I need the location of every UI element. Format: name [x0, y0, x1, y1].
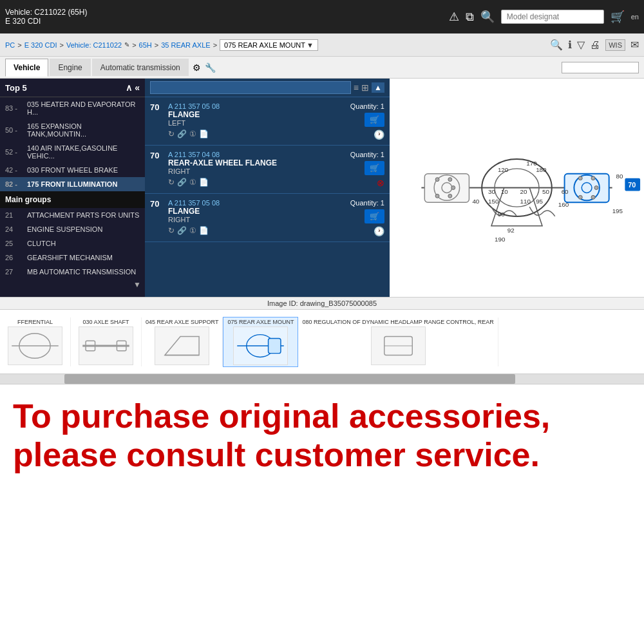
part-row-3[interactable]: 70 A 211 357 05 08 FLANGE RIGHT ↻ 🔗 ① 📄 …	[145, 194, 390, 242]
thumb-img-075	[233, 327, 288, 365]
thumb-img-030	[79, 327, 133, 365]
sidebar-collapse-icons: ∧ «	[126, 82, 140, 93]
breadcrumb-e320[interactable]: E 320 CDI	[24, 41, 57, 49]
breadcrumb-vehicle[interactable]: Vehicle: C211022	[66, 41, 122, 49]
model-search-input[interactable]	[501, 10, 604, 24]
sidebar-scroll-down-icon[interactable]: ▼	[133, 280, 141, 289]
svg-point-34	[594, 186, 598, 190]
thumb-030[interactable]: 030 AXLE SHAFT	[71, 317, 142, 366]
svg-text:80: 80	[616, 173, 623, 180]
sidebar-item-52[interactable]: 52 - 140 AIR INTAKE,GASOLINE VEHIC...	[0, 141, 145, 163]
sidebar-item-82[interactable]: 82 - 175 FRONT ILLUMINATION	[0, 177, 145, 191]
info-icon-1[interactable]: ①	[189, 129, 196, 138]
doc-icon-3[interactable]: 📄	[199, 226, 209, 235]
thumb-075[interactable]: 075 REAR AXLE MOUNT	[223, 317, 298, 367]
part-actions-2: Quantity: 1 🛒 ⊗	[350, 151, 384, 188]
tab-vehicle[interactable]: Vehicle	[5, 59, 48, 77]
part-row-2[interactable]: 70 A 211 357 04 08 REAR-AXLE WHEEL FLANG…	[145, 146, 390, 194]
warning-button[interactable]: ⚠	[449, 10, 459, 24]
sidebar-item-27[interactable]: 27 MB AUTOMATIC TRANSMISSION	[0, 265, 145, 279]
part-row-1[interactable]: 70 A 211 357 05 08 FLANGE LEFT ↻ 🔗 ① 📄 Q…	[145, 97, 390, 146]
wis-icon[interactable]: WIS	[605, 39, 625, 51]
doc-icon-1[interactable]: 📄	[199, 129, 209, 138]
breadcrumb-tools: 🔍 ℹ ▽ 🖨 WIS ✉	[550, 39, 639, 51]
zoom-icon[interactable]: 🔍	[550, 39, 563, 51]
info-icon[interactable]: ℹ	[568, 39, 572, 51]
svg-point-33	[591, 176, 595, 180]
main-content: Top 5 ∧ « 83 - 035 HEATER AND EVAPORATOR…	[0, 79, 644, 298]
doc-icon-2[interactable]: 📄	[199, 178, 209, 187]
scroll-thumb[interactable]	[64, 374, 515, 384]
scroll-area[interactable]	[0, 374, 644, 384]
diagram-area: 80 195 120 180 170 110 95 160 150 40 90 …	[390, 79, 644, 297]
info-icon-3[interactable]: ①	[189, 226, 196, 235]
cart-button[interactable]: 🛒	[611, 10, 625, 24]
parts-search-input[interactable]	[150, 81, 351, 94]
thumb-img-045	[155, 327, 209, 365]
svg-text:92: 92	[507, 227, 515, 234]
cart-btn-2[interactable]: 🛒	[365, 161, 384, 175]
breadcrumb-dropdown-075[interactable]: 075 REAR AXLE MOUNT ▼	[220, 39, 318, 51]
tab-search	[562, 62, 639, 73]
vehicle-name: E 320 CDI	[5, 17, 87, 26]
header-icons: ≡ ⊞ ▲	[354, 82, 384, 93]
refresh-icon-3[interactable]: ↻	[168, 226, 175, 235]
part-info-2: A 211 357 04 08 REAR-AXLE WHEEL FLANGE R…	[168, 151, 345, 187]
link-icon-3[interactable]: 🔗	[177, 226, 187, 235]
part-icons-3: ↻ 🔗 ① 📄	[168, 226, 345, 235]
cart-btn-3[interactable]: 🛒	[365, 209, 384, 223]
svg-text:180: 180	[536, 166, 547, 173]
clock-icon-1: 🕐	[374, 129, 384, 140]
no-stock-icon-2: ⊗	[377, 178, 384, 188]
sidebar-item-25[interactable]: 25 CLUTCH	[0, 236, 145, 251]
sidebar-item-50[interactable]: 50 - 165 EXPANSION TANK,MOUNTIN...	[0, 119, 145, 141]
svg-rect-49	[156, 327, 209, 365]
svg-point-36	[578, 195, 582, 199]
link-icon-2[interactable]: 🔗	[177, 178, 187, 187]
parts-scroll-btn[interactable]: ▲	[372, 82, 384, 93]
sidebar-item-26[interactable]: 26 GEARSHIFT MECHANISM	[0, 251, 145, 265]
list-view-icon[interactable]: ≡	[354, 82, 359, 93]
thumb-080[interactable]: 080 REGULATION OF DYNAMIC HEADLAMP RANGE…	[298, 317, 498, 366]
part-icons-2: ↻ 🔗 ① 📄	[168, 178, 345, 187]
chevron-down-icon: ▼	[307, 41, 314, 49]
thumb-045[interactable]: 045 REAR AXLE SUPPORT	[142, 317, 223, 366]
top-bar-actions: ⚠ ⧉ 🔍 🛒 en	[449, 10, 639, 24]
breadcrumb-65h[interactable]: 65H	[139, 41, 152, 49]
part-actions-3: Quantity: 1 🛒 🕐	[350, 199, 384, 236]
vehicle-info: Vehicle: C211022 (65H) E 320 CDI	[5, 8, 87, 26]
thumb-differential[interactable]: FFERENTIAL	[0, 317, 71, 366]
breadcrumb-rear-axle[interactable]: 35 REAR AXLE	[161, 41, 210, 49]
parts-list-header: ≡ ⊞ ▲	[145, 79, 390, 97]
collapse-up-icon[interactable]: ∧	[126, 82, 132, 93]
lang-label: en	[631, 13, 639, 21]
collapse-double-icon[interactable]: «	[135, 82, 140, 93]
breadcrumb-pc[interactable]: PC	[5, 41, 15, 49]
thumbnail-strip: FFERENTIAL 030 AXLE SHAFT 045 REAR AXLE …	[0, 310, 644, 374]
sidebar-item-83[interactable]: 83 - 035 HEATER AND EVAPORATOR H...	[0, 97, 145, 119]
grid-view-icon[interactable]: ⊞	[361, 82, 369, 93]
filter-icon[interactable]: ▽	[577, 39, 585, 51]
tab-icon-1[interactable]: ⚙	[193, 62, 201, 73]
thumb-img-080	[371, 327, 426, 365]
svg-text:10: 10	[501, 188, 508, 195]
refresh-icon-2[interactable]: ↻	[168, 178, 175, 187]
sidebar-item-42[interactable]: 42 - 030 FRONT WHEEL BRAKE	[0, 163, 145, 177]
svg-text:95: 95	[536, 198, 543, 205]
copy-button[interactable]: ⧉	[466, 10, 474, 24]
sidebar-item-24[interactable]: 24 ENGINE SUSPENSION	[0, 222, 145, 236]
cart-btn-1[interactable]: 🛒	[365, 113, 384, 127]
link-icon-1[interactable]: 🔗	[177, 129, 187, 138]
mail-icon[interactable]: ✉	[630, 39, 639, 51]
search-button-top[interactable]: 🔍	[480, 10, 495, 24]
tab-engine[interactable]: Engine	[50, 59, 90, 76]
sidebar: Top 5 ∧ « 83 - 035 HEATER AND EVAPORATOR…	[0, 79, 145, 297]
tab-search-input[interactable]	[562, 62, 639, 73]
info-icon-2[interactable]: ①	[189, 178, 196, 187]
tab-icon-2[interactable]: 🔧	[205, 62, 216, 73]
print-icon[interactable]: 🖨	[590, 39, 600, 51]
sidebar-item-21[interactable]: 21 ATTACHMENT PARTS FOR UNITS	[0, 208, 145, 222]
refresh-icon-1[interactable]: ↻	[168, 129, 175, 138]
tab-automatic-transmission[interactable]: Automatic transmission	[92, 59, 189, 76]
edit-icon[interactable]: ✎	[124, 41, 129, 48]
